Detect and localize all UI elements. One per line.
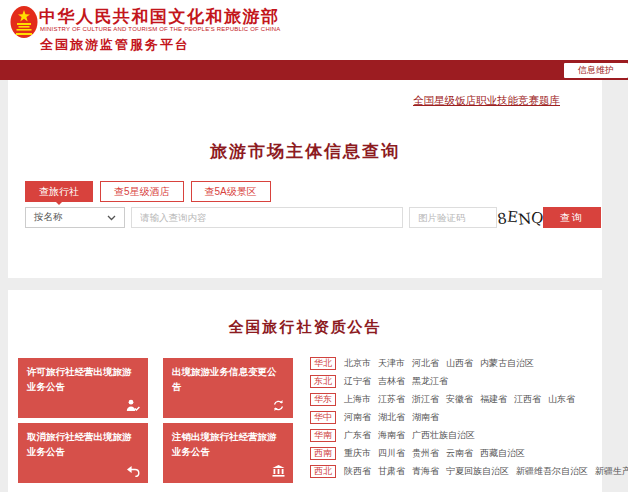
search-type-select[interactable]: 按名称	[25, 207, 125, 228]
region-row-northwest: 西北 陕西省甘肃省青海省宁夏回族自治区新疆维吾尔自治区新疆生产建设兵团	[310, 465, 602, 478]
ministry-subtitle-en: MINISTRY OF CULTURE AND TOURISM OF THE P…	[40, 26, 281, 32]
search-type-value: 按名称	[34, 211, 63, 224]
captcha-input[interactable]	[409, 207, 497, 228]
region-tag[interactable]: 西北	[310, 465, 336, 478]
province-link[interactable]: 湖北省	[378, 411, 405, 424]
card-deregister-outbound[interactable]: 注销出境旅行社经营旅游业务公告	[163, 423, 293, 483]
province-link[interactable]: 河北省	[412, 357, 439, 370]
province-link[interactable]: 辽宁省	[344, 375, 371, 388]
region-row-north-china: 华北 北京市天津市河北省山西省内蒙古自治区	[310, 357, 602, 370]
province-link[interactable]: 陕西省	[344, 465, 371, 478]
province-link[interactable]: 山东省	[548, 393, 575, 406]
province-link[interactable]: 湖南省	[412, 411, 439, 424]
province-links: 河南省湖北省湖南省	[344, 411, 439, 424]
province-link[interactable]: 新疆维吾尔自治区	[516, 465, 588, 478]
province-link[interactable]: 福建省	[480, 393, 507, 406]
notice-cards: 许可旅行社经营出境旅游业务公告 出境旅游业务信息变更公告 取消旅行社经营出境旅游…	[18, 358, 293, 483]
info-maintain-button[interactable]: 信息维护	[564, 63, 628, 78]
province-link[interactable]: 海南省	[378, 429, 405, 442]
province-link[interactable]: 黑龙江省	[412, 375, 448, 388]
search-tabs: 查旅行社 查5星级酒店 查5A级景区	[25, 181, 271, 202]
province-links: 重庆市四川省贵州省云南省西藏自治区	[344, 447, 525, 460]
region-row-east-china: 华东 上海市江苏省浙江省安徽省福建省江西省山东省	[310, 393, 602, 406]
region-row-south-china: 华南 广东省海南省广西壮族自治区	[310, 429, 602, 442]
province-link[interactable]: 四川省	[378, 447, 405, 460]
province-links: 辽宁省吉林省黑龙江省	[344, 375, 448, 388]
nav-bar: 信息维护	[0, 60, 628, 80]
province-link[interactable]: 山西省	[446, 357, 473, 370]
province-link[interactable]: 北京市	[344, 357, 371, 370]
province-link[interactable]: 江苏省	[378, 393, 405, 406]
province-link[interactable]: 西藏自治区	[480, 447, 525, 460]
region-row-northeast: 东北 辽宁省吉林省黑龙江省	[310, 375, 602, 388]
region-tag[interactable]: 华东	[310, 393, 336, 406]
search-input[interactable]	[131, 207, 403, 228]
captcha-image[interactable]: 8ENQ	[503, 207, 537, 228]
search-button[interactable]: 查询	[543, 207, 601, 228]
province-link[interactable]: 天津市	[378, 357, 405, 370]
province-link[interactable]: 浙江省	[412, 393, 439, 406]
province-links: 上海市江苏省浙江省安徽省福建省江西省山东省	[344, 393, 575, 406]
notice-section-title: 全国旅行社资质公告	[8, 318, 602, 337]
province-link[interactable]: 江西省	[514, 393, 541, 406]
person-check-icon	[126, 399, 140, 412]
card-cancel-outbound[interactable]: 取消旅行社经营出境旅游业务公告	[18, 423, 148, 483]
tab-travel-agency[interactable]: 查旅行社	[25, 181, 93, 202]
region-tag[interactable]: 华中	[310, 411, 336, 424]
region-row-southwest: 西南 重庆市四川省贵州省云南省西藏自治区	[310, 447, 602, 460]
ministry-title: 中华人民共和国文化和旅游部	[39, 5, 280, 28]
platform-name: 全国旅游监管服务平台	[40, 36, 190, 54]
province-link[interactable]: 重庆市	[344, 447, 371, 460]
region-list: 华北 北京市天津市河北省山西省内蒙古自治区 东北 辽宁省吉林省黑龙江省 华东 上…	[310, 357, 602, 483]
province-link[interactable]: 云南省	[446, 447, 473, 460]
province-link[interactable]: 上海市	[344, 393, 371, 406]
province-link[interactable]: 甘肃省	[378, 465, 405, 478]
province-link[interactable]: 新疆生产建设兵团	[595, 465, 628, 478]
province-links: 广东省海南省广西壮族自治区	[344, 429, 475, 442]
province-link[interactable]: 安徽省	[446, 393, 473, 406]
province-link[interactable]: 宁夏回族自治区	[446, 465, 509, 478]
tab-5a-scenic-area[interactable]: 查5A级景区	[191, 181, 271, 202]
search-row: 按名称 8ENQ 查询	[25, 207, 601, 228]
page-title: 旅游市场主体信息查询	[8, 140, 602, 163]
refresh-icon	[272, 399, 285, 412]
region-tag[interactable]: 华南	[310, 429, 336, 442]
province-link[interactable]: 内蒙古自治区	[480, 357, 534, 370]
province-link[interactable]: 广西壮族自治区	[412, 429, 475, 442]
province-links: 陕西省甘肃省青海省宁夏回族自治区新疆维吾尔自治区新疆生产建设兵团	[344, 465, 628, 478]
page: 中华人民共和国文化和旅游部 MINISTRY OF CULTURE AND TO…	[0, 0, 628, 492]
tab-5star-hotel[interactable]: 查5星级酒店	[100, 181, 184, 202]
region-tag[interactable]: 华北	[310, 357, 336, 370]
region-row-central-china: 华中 河南省湖北省湖南省	[310, 411, 602, 424]
region-tag[interactable]: 西南	[310, 447, 336, 460]
province-link[interactable]: 广东省	[344, 429, 371, 442]
national-emblem-icon	[10, 6, 38, 39]
region-tag[interactable]: 东北	[310, 375, 336, 388]
chevron-down-icon	[107, 215, 116, 221]
card-permitted-outbound[interactable]: 许可旅行社经营出境旅游业务公告	[18, 358, 148, 418]
province-link[interactable]: 贵州省	[412, 447, 439, 460]
building-icon	[272, 465, 285, 477]
undo-arrow-icon	[127, 466, 140, 477]
province-link[interactable]: 吉林省	[378, 375, 405, 388]
province-links: 北京市天津市河北省山西省内蒙古自治区	[344, 357, 534, 370]
province-link[interactable]: 青海省	[412, 465, 439, 478]
notice-panel: 全国旅行社资质公告 许可旅行社经营出境旅游业务公告 出境旅游业务信息变更公告 取…	[8, 290, 602, 492]
search-panel: 全国星级饭店职业技能竞赛题库 旅游市场主体信息查询 查旅行社 查5星级酒店 查5…	[8, 80, 602, 278]
header: 中华人民共和国文化和旅游部 MINISTRY OF CULTURE AND TO…	[0, 0, 628, 60]
province-link[interactable]: 河南省	[344, 411, 371, 424]
card-outbound-info-change[interactable]: 出境旅游业务信息变更公告	[163, 358, 293, 418]
star-hotel-quiz-link[interactable]: 全国星级饭店职业技能竞赛题库	[413, 94, 560, 108]
